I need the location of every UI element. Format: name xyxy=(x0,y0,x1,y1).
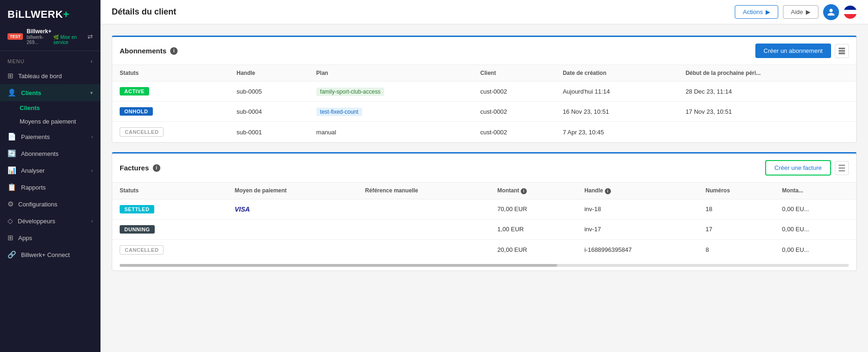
sidebar-item-paiements[interactable]: 📄 Paiements › xyxy=(0,128,100,145)
sidebar-logo: BiLLWERK+ xyxy=(0,0,100,25)
col-date-creation: Date de création xyxy=(555,65,678,81)
cell-payment xyxy=(227,239,358,260)
invoices-table-view-icon[interactable] xyxy=(835,161,849,175)
cell-handle: sub-0004 xyxy=(229,102,309,122)
svg-rect-1 xyxy=(839,51,845,51)
aide-arrow-icon: ▶ xyxy=(806,8,811,15)
cell-payment xyxy=(227,219,358,239)
actions-button[interactable]: Actions ▶ xyxy=(735,5,778,19)
swap-icon[interactable]: ⇄ xyxy=(87,33,93,40)
cell-status: CANCELLED xyxy=(112,239,227,260)
col-handle: Handle xyxy=(229,65,309,81)
sidebar-item-analyser[interactable]: 📊 Analyser › xyxy=(0,162,100,179)
logo: BiLLWERK+ xyxy=(7,8,69,21)
col-next-period: Début de la prochaine péri... xyxy=(678,65,856,81)
create-subscription-button[interactable]: Créer un abonnement xyxy=(755,44,831,58)
sidebar-item-label: Configurations xyxy=(18,201,57,208)
cell-client: cust-0002 xyxy=(473,81,555,102)
sidebar-item-configurations[interactable]: ⚙ Configurations xyxy=(0,196,100,213)
plan-label: manual xyxy=(316,129,337,136)
cell-reference xyxy=(358,219,490,239)
svg-rect-2 xyxy=(839,53,845,54)
actions-arrow-icon: ▶ xyxy=(766,8,770,15)
cell-amount: 70,00 EUR xyxy=(490,199,577,219)
sidebar-account: TEST Billwerk+ billwerk-269... 🌿 Mise en… xyxy=(0,25,100,51)
status-badge: ACTIVE xyxy=(120,87,149,95)
table-row[interactable]: ACTIVE sub-0005 family-sport-club-access… xyxy=(112,81,856,102)
cell-amount: 1,00 EUR xyxy=(490,219,577,239)
table-row[interactable]: DUNNING 1,00 EUR inv-17 17 0,00 EU... xyxy=(112,219,856,239)
sidebar-item-label: Billwerk+ Connect xyxy=(21,251,70,258)
expand-icon: ▾ xyxy=(90,90,93,96)
sidebar-item-clients[interactable]: 👤 Clients ▾ xyxy=(0,84,100,101)
sidebar-item-rapports[interactable]: 📋 Rapports xyxy=(0,179,100,196)
col-handle: Handle i xyxy=(577,183,698,199)
dashboard-icon: ⊞ xyxy=(7,72,14,80)
abonnements-icon: 🔄 xyxy=(7,149,16,158)
subscriptions-card-header: Abonnements i Créer un abonnement xyxy=(112,37,856,65)
topbar-right: Actions ▶ Aide ▶ xyxy=(735,4,857,20)
account-info: TEST Billwerk+ billwerk-269... 🌿 Mise en… xyxy=(7,28,87,45)
sidebar-sub-item-moyens-de-paiement[interactable]: Moyens de paiement xyxy=(0,115,100,128)
svg-rect-4 xyxy=(839,168,845,169)
col-plan: Plan xyxy=(309,65,473,81)
topbar: Détails du client Actions ▶ Aide ▶ xyxy=(100,0,868,24)
cell-status: CANCELLED xyxy=(112,122,229,143)
test-badge: TEST xyxy=(7,33,23,40)
visa-label: VISA xyxy=(235,205,250,213)
table-row[interactable]: CANCELLED 20,00 EUR i-1688996395847 8 0,… xyxy=(112,239,856,260)
aide-button[interactable]: Aide ▶ xyxy=(783,5,818,19)
subscriptions-table: Statuts Handle Plan Client Date de créat… xyxy=(112,65,856,142)
sidebar-item-billwerk-connect[interactable]: 🔗 Billwerk+ Connect xyxy=(0,246,100,263)
montant-info-icon[interactable]: i xyxy=(521,188,527,194)
sidebar-item-label: Paiements xyxy=(21,133,50,140)
cell-handle: inv-17 xyxy=(577,219,698,239)
cell-status: ONHOLD xyxy=(112,102,229,122)
table-row[interactable]: SETTLED VISA 70,00 EUR inv-18 18 0,00 EU… xyxy=(112,199,856,219)
subscriptions-table-view-icon[interactable] xyxy=(835,44,849,58)
user-avatar[interactable] xyxy=(823,4,839,20)
cell-status: ACTIVE xyxy=(112,81,229,102)
cell-plan: family-sport-club-access xyxy=(309,81,473,102)
table-row[interactable]: CANCELLED sub-0001 manual cust-0002 7 Ap… xyxy=(112,122,856,143)
invoices-scrollbar xyxy=(112,260,856,271)
sidebar-item-apps[interactable]: ⊞ Apps xyxy=(0,229,100,246)
sidebar-item-developpeurs[interactable]: ◇ Développeurs › xyxy=(0,213,100,229)
menu-label: Menu ‹ xyxy=(0,51,100,67)
sidebar-item-tableau-de-bord[interactable]: ⊞ Tableau de bord xyxy=(0,67,100,84)
subscriptions-info-icon[interactable]: i xyxy=(170,47,178,55)
col-numeros: Numéros xyxy=(698,183,775,199)
sidebar-item-label: Abonnements xyxy=(21,150,58,157)
sidebar-sub-item-clients[interactable]: Clients xyxy=(0,101,100,115)
sidebar: BiLLWERK+ TEST Billwerk+ billwerk-269...… xyxy=(0,0,100,352)
account-name: Billwerk+ xyxy=(27,28,87,35)
cell-status: DUNNING xyxy=(112,219,227,239)
cell-next-period xyxy=(678,122,856,143)
create-invoice-button[interactable]: Créer une facture xyxy=(765,160,831,176)
cell-number: 17 xyxy=(698,219,775,239)
col-montant: Montant i xyxy=(490,183,577,199)
invoices-info-icon[interactable]: i xyxy=(153,164,160,172)
plan-tag: test-fixed-count xyxy=(316,108,362,116)
cell-montant2: 0,00 EU... xyxy=(775,219,856,239)
clients-icon: 👤 xyxy=(7,88,16,97)
cell-date-creation: 7 Apr 23, 10:45 xyxy=(555,122,678,143)
col-statuts: Statuts xyxy=(112,183,227,199)
cell-client: cust-0002 xyxy=(473,102,555,122)
table-row[interactable]: ONHOLD sub-0004 test-fixed-count cust-00… xyxy=(112,102,856,122)
invoices-title: Factures xyxy=(120,164,149,172)
sidebar-item-label: Analyser xyxy=(21,167,45,174)
svg-rect-5 xyxy=(839,170,845,171)
col-client: Client xyxy=(473,65,555,81)
cell-montant2: 0,00 EU... xyxy=(775,199,856,219)
analyser-icon: 📊 xyxy=(7,166,16,175)
handle-info-icon[interactable]: i xyxy=(605,188,611,194)
language-flag[interactable] xyxy=(844,6,857,19)
developpeurs-icon: ◇ xyxy=(7,217,13,225)
cell-amount: 20,00 EUR xyxy=(490,239,577,260)
sidebar-item-abonnements[interactable]: 🔄 Abonnements xyxy=(0,145,100,162)
menu-chevron-icon[interactable]: ‹ xyxy=(91,58,93,65)
page-title: Détails du client xyxy=(112,7,176,17)
status-badge: CANCELLED xyxy=(120,245,164,255)
invoices-table: Statuts Moyen de paiement Référence manu… xyxy=(112,183,856,260)
